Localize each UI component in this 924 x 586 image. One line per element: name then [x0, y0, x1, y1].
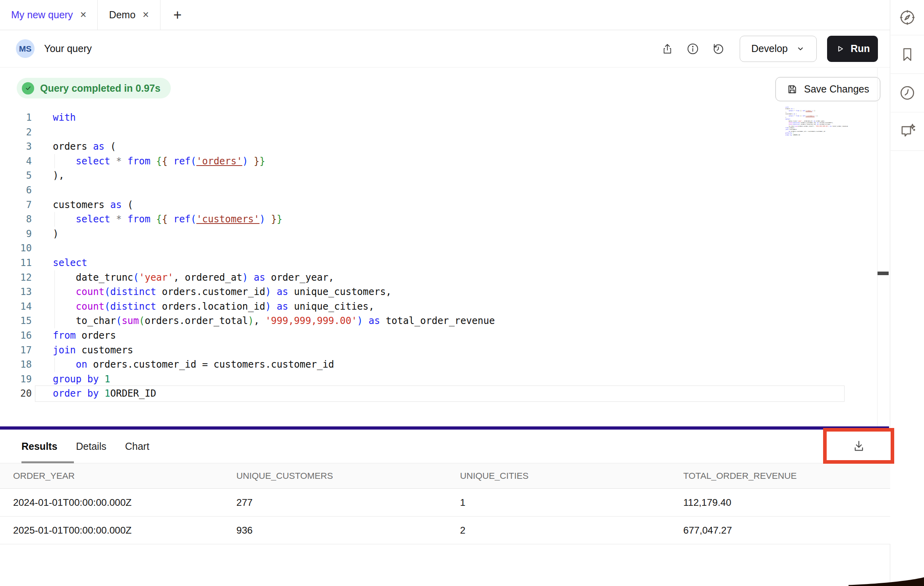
share-button[interactable] — [658, 39, 677, 58]
sidebar-item-bookmarks[interactable] — [891, 35, 924, 74]
code-token: ) — [242, 156, 248, 167]
code-token — [151, 156, 156, 167]
code-token — [99, 388, 104, 399]
code-token: ( — [133, 272, 139, 283]
info-button[interactable] — [683, 39, 702, 58]
code-text: ), — [53, 168, 64, 183]
tab-my-new-query[interactable]: My new query × — [0, 0, 98, 30]
line-number: 18 — [0, 357, 32, 372]
code-line-5[interactable]: 5), — [0, 168, 890, 183]
line-number: 2 — [0, 125, 32, 140]
history-button[interactable] — [709, 39, 728, 58]
code-line-8[interactable]: 8 select * from {{ ref('customers') }} — [0, 212, 890, 227]
code-token: orders.customer_id — [156, 286, 265, 297]
code-token: ORDER_ID — [110, 388, 157, 399]
code-line-10[interactable]: 10 — [0, 241, 890, 256]
tab-results[interactable]: Results — [21, 441, 57, 452]
code-line-18[interactable]: 18 on orders.customer_id = customers.cus… — [0, 357, 890, 372]
code-line-3[interactable]: 3orders as ( — [0, 139, 890, 154]
code-token — [53, 301, 76, 312]
code-token: select — [53, 257, 87, 268]
code-line-17[interactable]: 17join customers — [0, 343, 890, 358]
panel-resize-divider[interactable] — [0, 426, 889, 430]
code-line-15[interactable]: 15 to_char(sum(orders.order_total), '999… — [0, 314, 890, 328]
code-token: unique_cities, — [288, 301, 374, 312]
new-tab-button[interactable]: + — [160, 0, 195, 30]
line-number: 3 — [0, 139, 32, 154]
table-row: 2024-01-01T00:00:00.000Z2771112,179.40 — [0, 489, 890, 517]
active-tab-underline — [21, 461, 74, 463]
close-tab-icon[interactable]: × — [143, 10, 149, 20]
code-line-20[interactable]: 20order by 1ORDER_ID — [0, 386, 890, 401]
code-line-1[interactable]: 1with — [0, 110, 890, 125]
code-token: to_char — [53, 315, 116, 326]
code-line-2[interactable]: 2 — [0, 125, 890, 140]
code-text: select — [53, 256, 87, 270]
save-changes-button[interactable]: Save Changes — [775, 77, 880, 101]
code-text: count(distinct orders.customer_id) as un… — [53, 285, 392, 299]
code-token: * — [110, 214, 128, 225]
develop-button[interactable]: Develop — [740, 36, 817, 62]
code-token: customers — [76, 345, 133, 356]
info-icon — [686, 42, 699, 55]
code-token — [53, 214, 76, 225]
code-token: } — [277, 214, 282, 225]
column-header: TOTAL_ORDER_REVENUE — [670, 471, 890, 481]
code-line-4[interactable]: 4 select * from {{ ref('orders') }} — [0, 154, 890, 169]
code-token: customers — [53, 199, 110, 210]
code-token: group by — [53, 374, 99, 385]
page-title: Your query — [44, 43, 92, 54]
code-line-12[interactable]: 12 date_trunc('year', ordered_at) as ord… — [0, 270, 890, 285]
table-cell: 2 — [447, 525, 670, 536]
scrollbar-handle[interactable] — [878, 272, 889, 275]
tab-details[interactable]: Details — [76, 441, 106, 452]
code-token — [168, 214, 173, 225]
code-token: select — [789, 110, 793, 112]
code-token: ref — [173, 156, 190, 167]
sidebar-item-explore[interactable] — [891, 0, 924, 35]
code-line-7[interactable]: 7customers as ( — [0, 198, 890, 212]
run-button[interactable]: Run — [827, 36, 878, 62]
code-token: from — [128, 214, 151, 225]
tab-chart[interactable]: Chart — [125, 441, 149, 452]
code-token: orders.order_total — [145, 315, 248, 326]
code-line-13[interactable]: 13 count(distinct orders.customer_id) as… — [0, 285, 890, 299]
code-token: } — [259, 156, 265, 167]
code-text: ) — [53, 227, 58, 241]
code-line-16[interactable]: 16from orders — [0, 328, 890, 343]
code-line-6[interactable]: 6 — [0, 183, 890, 198]
code-token: orders.location_id — [156, 301, 265, 312]
download-results-button[interactable] — [847, 434, 871, 458]
tab-label: Demo — [109, 9, 135, 21]
line-number: 12 — [0, 270, 32, 285]
sidebar-item-history[interactable] — [891, 74, 924, 112]
table-cell: 1 — [447, 497, 670, 508]
code-line-14[interactable]: 14 count(distinct orders.location_id) as… — [0, 299, 890, 314]
right-sidebar — [891, 0, 924, 586]
corner-annotation-arrow — [849, 577, 924, 586]
column-header: ORDER_YEAR — [0, 471, 223, 481]
code-token: orders — [76, 330, 116, 341]
code-token: from — [53, 330, 76, 341]
code-token — [265, 214, 271, 225]
code-line-9[interactable]: 9) — [0, 227, 890, 241]
tab-demo[interactable]: Demo × — [98, 0, 160, 30]
sql-editor[interactable]: 1with23orders as (4 select * from {{ ref… — [0, 110, 890, 401]
code-token — [53, 359, 76, 370]
code-text: customers as ( — [53, 198, 133, 212]
code-token: date_trunc — [53, 272, 133, 283]
code-line-11[interactable]: 11select — [0, 256, 890, 270]
code-token — [53, 286, 76, 297]
code-token — [151, 214, 156, 225]
code-line-19[interactable]: 19group by 1 — [0, 372, 890, 387]
sidebar-item-ai-chat[interactable] — [891, 112, 924, 151]
code-token: '999,999,999.00' — [816, 125, 829, 127]
code-token: '999,999,999.00' — [265, 315, 357, 326]
chat-sparkle-icon — [899, 123, 916, 140]
code-token — [99, 374, 104, 385]
line-number: 15 — [0, 314, 32, 328]
query-header: MS Your query Develop — [0, 30, 890, 67]
editor-minimap[interactable]: withorders as ( select * from {{ ref('or… — [785, 106, 881, 143]
close-tab-icon[interactable]: × — [80, 10, 87, 20]
tab-label: My new query — [11, 9, 73, 21]
